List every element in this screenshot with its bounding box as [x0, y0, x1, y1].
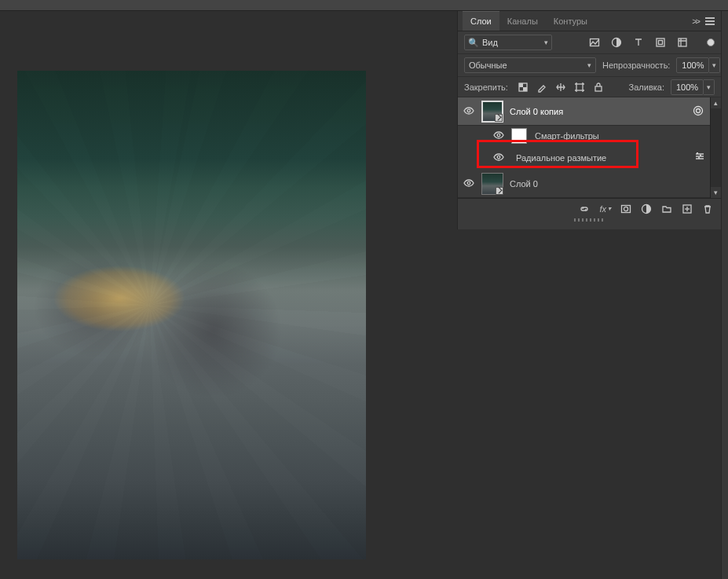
blend-mode-value: Обычные [469, 60, 507, 70]
layer-name-label: Слой 0 [510, 179, 705, 189]
filter-mask-thumbnail[interactable] [511, 128, 527, 144]
layer-list: Слой 0 копия Смарт-фильтры Радиальное ра… [458, 97, 721, 198]
layers-panel-bottom-bar: fx▾ [458, 198, 721, 218]
visibility-eye-icon[interactable] [493, 130, 504, 142]
link-layers-icon[interactable] [579, 203, 590, 214]
smart-filter-radial-blur[interactable]: Радиальное размытие [489, 146, 721, 170]
filter-type-icon[interactable] [633, 37, 644, 48]
svg-rect-4 [679, 38, 686, 46]
layer-name-label: Слой 0 копия [510, 107, 693, 116]
svg-point-10 [467, 109, 470, 112]
layers-panel: Слои Каналы Контуры >> 🔍 Вид ▾ [457, 11, 721, 229]
smart-filters-label: Смарт-фильтры [535, 131, 599, 141]
filter-adjustment-icon[interactable] [611, 37, 622, 48]
layer-item-layer0-copy[interactable]: Слой 0 копия [458, 97, 721, 126]
layer-thumbnail[interactable] [481, 173, 503, 195]
layer-list-scrollbar[interactable]: ▴ ▾ [710, 97, 721, 198]
new-layer-icon[interactable] [682, 203, 693, 214]
filter-toggle-icon[interactable] [707, 38, 715, 46]
lock-position-icon[interactable] [555, 82, 566, 93]
add-mask-icon[interactable] [620, 203, 631, 214]
blend-mode-select[interactable]: Обычные ▾ [464, 57, 596, 73]
layer-style-icon[interactable]: fx▾ [599, 204, 611, 214]
scroll-down-icon[interactable]: ▾ [711, 187, 721, 198]
panel-tabs: Слои Каналы Контуры >> [458, 11, 721, 31]
filter-blend-options-icon[interactable] [694, 151, 705, 163]
smart-filters-header[interactable]: Смарт-фильтры [489, 126, 721, 146]
layer-kind-label: Вид [482, 38, 541, 47]
chevron-down-icon: ▾ [544, 38, 548, 46]
svg-point-17 [624, 207, 627, 211]
panel-menu-icon[interactable] [705, 17, 715, 25]
lock-label: Закрепить: [464, 82, 508, 92]
svg-point-13 [497, 134, 500, 137]
blend-opacity-row: Обычные ▾ Непрозрачность: 100% ▾ [458, 54, 721, 77]
svg-rect-3 [659, 41, 663, 45]
svg-rect-7 [523, 87, 527, 91]
adjustment-layer-icon[interactable] [641, 203, 652, 214]
opacity-label: Непрозрачность: [602, 60, 670, 70]
svg-rect-6 [519, 83, 523, 87]
canvas-area: Слои Каналы Контуры >> 🔍 Вид ▾ [0, 0, 728, 579]
filter-pixel-icon[interactable] [589, 37, 600, 48]
layer-filter-row: 🔍 Вид ▾ [458, 31, 721, 54]
smart-filters-group: Смарт-фильтры Радиальное размытие [458, 126, 721, 170]
right-dock-strip [721, 11, 728, 579]
layer-kind-select[interactable]: 🔍 Вид ▾ [464, 35, 552, 50]
fill-dropdown-icon[interactable]: ▾ [704, 79, 715, 95]
fill-input[interactable]: 100% [671, 79, 704, 95]
opacity-input[interactable]: 100% [676, 57, 709, 73]
delete-layer-icon[interactable] [702, 203, 713, 214]
layer-thumbnail[interactable] [481, 101, 503, 123]
lock-fill-row: Закрепить: Заливка: 100% ▾ [458, 77, 721, 97]
visibility-eye-icon[interactable] [493, 152, 504, 164]
smart-filter-indicator-icon[interactable] [693, 105, 704, 118]
filter-smartobject-icon[interactable] [677, 37, 688, 48]
filter-name-label: Радиальное размытие [516, 153, 606, 163]
document-image[interactable] [17, 71, 366, 559]
tab-channels[interactable]: Каналы [499, 12, 546, 31]
fill-label: Заливка: [629, 82, 664, 92]
opacity-dropdown-icon[interactable]: ▾ [709, 57, 720, 73]
new-group-icon[interactable] [661, 203, 672, 214]
svg-point-12 [697, 108, 701, 112]
window-top-strip [0, 0, 728, 11]
collapse-panel-icon[interactable]: >> [692, 16, 699, 26]
lock-pixels-icon[interactable] [536, 82, 547, 93]
visibility-eye-icon[interactable] [463, 178, 474, 190]
lock-all-icon[interactable] [593, 82, 604, 93]
scroll-up-icon[interactable]: ▴ [711, 97, 721, 108]
svg-rect-9 [595, 86, 602, 91]
visibility-eye-icon[interactable] [463, 105, 474, 118]
svg-point-15 [467, 181, 470, 185]
svg-point-11 [694, 106, 703, 115]
svg-rect-8 [576, 84, 583, 90]
smartobject-badge-icon [496, 187, 503, 195]
panel-resize-grip[interactable] [574, 218, 605, 222]
svg-point-14 [497, 156, 500, 159]
svg-rect-2 [657, 38, 664, 46]
lock-transparency-icon[interactable] [518, 82, 529, 93]
layer-item-layer0[interactable]: Слой 0 [458, 170, 721, 198]
search-icon: 🔍 [468, 38, 479, 48]
chevron-down-icon: ▾ [587, 61, 591, 69]
tab-layers[interactable]: Слои [463, 11, 499, 31]
tab-paths[interactable]: Контуры [546, 12, 595, 31]
filter-shape-icon[interactable] [655, 37, 666, 48]
svg-rect-0 [591, 39, 599, 46]
smartobject-badge-icon [495, 114, 503, 122]
lock-artboard-icon[interactable] [574, 82, 585, 93]
